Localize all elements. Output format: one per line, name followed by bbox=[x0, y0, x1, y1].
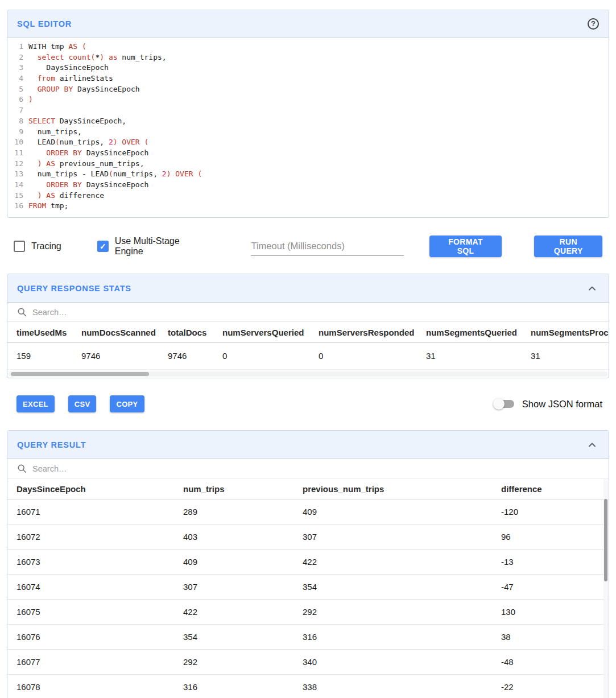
code-text: GROUP BY DaysSinceEpoch bbox=[28, 84, 140, 95]
stats-search-input[interactable] bbox=[32, 308, 599, 317]
stats-panel-header[interactable]: QUERY RESPONSE STATS bbox=[7, 274, 609, 303]
column-header-numSegmentsQueried[interactable]: numSegmentsQueried bbox=[417, 322, 522, 343]
query-response-stats-panel: QUERY RESPONSE STATS timeUsedMsnumDocsSc… bbox=[7, 274, 609, 378]
excel-button[interactable]: EXCEL bbox=[16, 395, 55, 412]
code-text: ORDER BY DaysSinceEpoch bbox=[28, 180, 148, 191]
code-line: 4 from airlineStats bbox=[7, 73, 609, 84]
table-cell: 292 bbox=[293, 600, 492, 625]
line-number: 11 bbox=[7, 148, 28, 159]
table-cell: 354 bbox=[174, 625, 293, 650]
code-text: ) AS previous_num_trips, bbox=[28, 159, 144, 170]
column-header-totalDocs[interactable]: totalDocs bbox=[159, 322, 213, 343]
json-format-label: Show JSON format bbox=[522, 399, 602, 410]
table-cell: 292 bbox=[174, 650, 293, 675]
table-row: 16074307354-47 bbox=[7, 575, 609, 600]
table-cell: -48 bbox=[492, 650, 609, 675]
result-vertical-scrollbar[interactable] bbox=[603, 479, 608, 698]
table-cell: 316 bbox=[293, 625, 492, 650]
table-cell: 16078 bbox=[7, 675, 174, 698]
line-number: 9 bbox=[7, 127, 28, 138]
code-line: 13 num_trips - LEAD(num_trips, 2) OVER ( bbox=[7, 169, 609, 180]
table-cell: 354 bbox=[293, 575, 492, 600]
table-cell: 422 bbox=[293, 550, 492, 575]
column-header-numDocsScanned[interactable]: numDocsScanned bbox=[72, 322, 159, 343]
table-cell: 16072 bbox=[7, 524, 174, 550]
table-cell: 307 bbox=[174, 575, 293, 600]
table-cell: 130 bbox=[492, 600, 609, 625]
code-text: LEAD(num_trips, 2) OVER ( bbox=[28, 137, 148, 148]
code-line: 15 ) AS difference bbox=[7, 191, 609, 201]
table-cell: 9746 bbox=[159, 343, 213, 370]
run-query-button[interactable]: RUN QUERY bbox=[534, 236, 602, 257]
table-cell: 409 bbox=[174, 550, 293, 575]
chevron-up-icon[interactable] bbox=[585, 438, 599, 452]
table-cell: 159 bbox=[7, 343, 72, 370]
multistage-label: Use Multi-Stage Engine bbox=[115, 236, 210, 257]
column-header-numServersResponded[interactable]: numServersResponded bbox=[309, 322, 417, 343]
result-search-input[interactable] bbox=[32, 464, 599, 473]
code-text: ORDER BY DaysSinceEpoch bbox=[28, 148, 148, 159]
line-number: 5 bbox=[7, 84, 28, 95]
table-header-row: DaysSinceEpochnum_tripsprevious_num_trip… bbox=[7, 478, 609, 499]
table-cell: 38 bbox=[492, 625, 609, 650]
column-header-previous_num_trips[interactable]: previous_num_trips bbox=[293, 478, 492, 499]
table-cell: 340 bbox=[293, 650, 492, 675]
column-header-DaysSinceEpoch[interactable]: DaysSinceEpoch bbox=[7, 478, 174, 499]
timeout-input[interactable] bbox=[251, 237, 403, 256]
json-format-toggle[interactable] bbox=[495, 400, 514, 408]
line-number: 7 bbox=[7, 105, 28, 116]
table-cell: 31 bbox=[417, 343, 522, 370]
line-number: 8 bbox=[7, 116, 28, 127]
column-header-num_trips[interactable]: num_trips bbox=[174, 478, 293, 499]
result-panel-header[interactable]: QUERY RESULT bbox=[7, 431, 609, 459]
tracing-label: Tracing bbox=[31, 241, 61, 251]
stats-search-row bbox=[7, 303, 609, 322]
help-icon[interactable]: ? bbox=[588, 18, 599, 30]
search-icon bbox=[17, 464, 27, 474]
line-number: 10 bbox=[7, 137, 28, 148]
table-cell: 422 bbox=[174, 600, 293, 625]
stats-horizontal-scrollbar[interactable] bbox=[9, 371, 607, 377]
code-line: 12 ) AS previous_num_trips, bbox=[7, 159, 609, 170]
multistage-checkbox-box[interactable]: ✓ bbox=[97, 241, 109, 252]
code-text: ) AS difference bbox=[28, 191, 104, 201]
table-cell: 16076 bbox=[7, 625, 174, 650]
query-controls: Tracing ✓ Use Multi-Stage Engine FORMAT … bbox=[14, 235, 602, 258]
json-format-toggle-group: Show JSON format bbox=[495, 399, 602, 410]
sql-code-editor[interactable]: 1WITH tmp AS (2 select count(*) as num_t… bbox=[7, 38, 609, 217]
code-line: 3 DaysSinceEpoch bbox=[7, 63, 609, 73]
tracing-checkbox[interactable]: Tracing bbox=[14, 241, 61, 252]
tracing-checkbox-box[interactable] bbox=[14, 241, 25, 252]
result-search-row bbox=[7, 459, 609, 478]
stats-scrollbar-thumb[interactable] bbox=[11, 372, 149, 376]
query-console-page: SQL EDITOR ? 1WITH tmp AS (2 select coun… bbox=[0, 0, 616, 698]
code-text: SELECT DaysSinceEpoch, bbox=[28, 116, 126, 127]
table-cell: 16073 bbox=[7, 550, 174, 575]
column-header-timeUsedMs[interactable]: timeUsedMs bbox=[7, 322, 72, 343]
table-row: 16077292340-48 bbox=[7, 650, 609, 675]
column-header-numServersQueried[interactable]: numServersQueried bbox=[213, 322, 309, 343]
result-scrollbar-thumb[interactable] bbox=[604, 499, 607, 581]
table-row: 15997469746003131 bbox=[7, 343, 609, 370]
code-line: 14 ORDER BY DaysSinceEpoch bbox=[7, 180, 609, 191]
format-sql-button[interactable]: FORMAT SQL bbox=[429, 236, 502, 257]
table-row: 16078316338-22 bbox=[7, 675, 609, 698]
code-text: ) bbox=[28, 94, 33, 105]
result-panel-title: QUERY RESULT bbox=[17, 440, 86, 449]
table-cell: 289 bbox=[174, 499, 293, 524]
column-header-difference[interactable]: difference bbox=[492, 478, 609, 499]
line-number: 15 bbox=[7, 191, 28, 201]
code-text: num_trips, bbox=[28, 127, 82, 138]
column-header-numSegmentsProcessed[interactable]: numSegmentsProcessed bbox=[522, 322, 609, 343]
json-format-toggle-thumb[interactable] bbox=[493, 398, 505, 410]
table-cell: 16074 bbox=[7, 575, 174, 600]
table-row: 16075422292130 bbox=[7, 600, 609, 625]
multistage-checkbox[interactable]: ✓ Use Multi-Stage Engine bbox=[97, 236, 210, 257]
table-row: 1607635431638 bbox=[7, 625, 609, 650]
code-text: num_trips - LEAD(num_trips, 2) OVER ( bbox=[28, 169, 202, 180]
csv-button[interactable]: CSV bbox=[68, 395, 97, 412]
copy-button[interactable]: COPY bbox=[110, 395, 144, 412]
chevron-up-icon[interactable] bbox=[585, 282, 599, 295]
line-number: 12 bbox=[7, 159, 28, 170]
table-cell: 0 bbox=[213, 343, 309, 370]
